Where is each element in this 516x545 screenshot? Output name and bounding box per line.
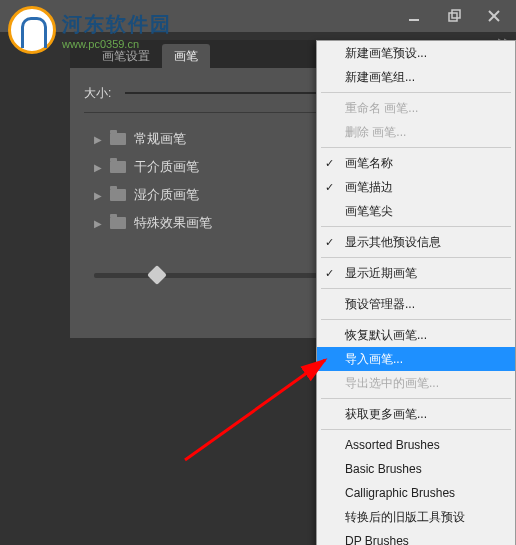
menu-new-group[interactable]: 新建画笔组... xyxy=(317,65,515,89)
restore-button[interactable] xyxy=(440,5,468,27)
close-button[interactable] xyxy=(480,5,508,27)
logo-icon xyxy=(8,6,56,54)
watermark-logo: 河东软件园 www.pc0359.cn xyxy=(0,0,180,60)
folder-icon xyxy=(110,161,126,173)
svg-line-8 xyxy=(185,360,325,460)
slider-thumb[interactable] xyxy=(147,265,167,285)
menu-delete: 删除 画笔... xyxy=(317,120,515,144)
caret-icon: ▶ xyxy=(94,190,102,201)
size-label: 大小: xyxy=(84,85,111,102)
menu-brush-stroke[interactable]: ✓画笔描边 xyxy=(317,175,515,199)
caret-icon: ▶ xyxy=(94,218,102,229)
folder-icon xyxy=(110,133,126,145)
caret-icon: ▶ xyxy=(94,134,102,145)
check-icon: ✓ xyxy=(325,236,334,249)
menu-brush-tip[interactable]: 画笔笔尖 xyxy=(317,199,515,223)
menu-show-other[interactable]: ✓显示其他预设信息 xyxy=(317,230,515,254)
menu-separator xyxy=(321,257,511,258)
menu-separator xyxy=(321,92,511,93)
menu-separator xyxy=(321,429,511,430)
menu-show-recent[interactable]: ✓显示近期画笔 xyxy=(317,261,515,285)
menu-preset-manager[interactable]: 预设管理器... xyxy=(317,292,515,316)
menu-assorted-brushes[interactable]: Assorted Brushes xyxy=(317,433,515,457)
menu-rename: 重命名 画笔... xyxy=(317,96,515,120)
folder-label: 干介质画笔 xyxy=(134,158,199,176)
check-icon: ✓ xyxy=(325,267,334,280)
menu-separator xyxy=(321,398,511,399)
check-icon: ✓ xyxy=(325,181,334,194)
svg-rect-2 xyxy=(452,10,460,18)
menu-separator xyxy=(321,147,511,148)
menu-converted-presets[interactable]: 转换后的旧版工具预设 xyxy=(317,505,515,529)
menu-calligraphic-brushes[interactable]: Calligraphic Brushes xyxy=(317,481,515,505)
menu-separator xyxy=(321,288,511,289)
logo-title: 河东软件园 xyxy=(62,11,172,38)
menu-new-preset[interactable]: 新建画笔预设... xyxy=(317,41,515,65)
folder-label: 特殊效果画笔 xyxy=(134,214,212,232)
context-menu: 新建画笔预设... 新建画笔组... 重命名 画笔... 删除 画笔... ✓画… xyxy=(316,40,516,545)
menu-basic-brushes[interactable]: Basic Brushes xyxy=(317,457,515,481)
folder-label: 湿介质画笔 xyxy=(134,186,199,204)
menu-export-selected: 导出选中的画笔... xyxy=(317,371,515,395)
check-icon: ✓ xyxy=(325,157,334,170)
menu-separator xyxy=(321,319,511,320)
folder-icon xyxy=(110,189,126,201)
minimize-button[interactable] xyxy=(400,5,428,27)
menu-import-brushes[interactable]: 导入画笔... xyxy=(317,347,515,371)
caret-icon: ▶ xyxy=(94,162,102,173)
menu-dp-brushes[interactable]: DP Brushes xyxy=(317,529,515,545)
menu-get-more[interactable]: 获取更多画笔... xyxy=(317,402,515,426)
logo-url: www.pc0359.cn xyxy=(62,38,172,50)
svg-rect-1 xyxy=(449,13,457,21)
menu-separator xyxy=(321,226,511,227)
folder-label: 常规画笔 xyxy=(134,130,186,148)
menu-brush-name[interactable]: ✓画笔名称 xyxy=(317,151,515,175)
svg-rect-0 xyxy=(409,19,419,21)
menu-restore-default[interactable]: 恢复默认画笔... xyxy=(317,323,515,347)
folder-icon xyxy=(110,217,126,229)
